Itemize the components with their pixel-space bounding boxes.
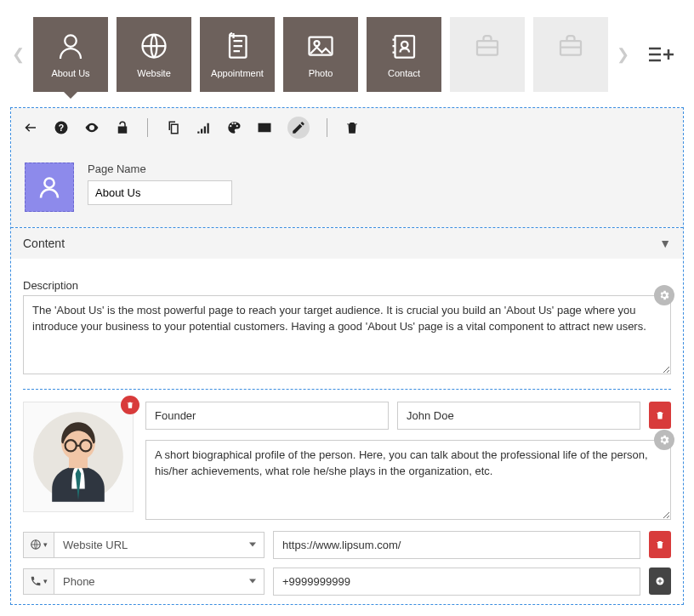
description-textarea[interactable]: The 'About Us' is the most powerful page…: [23, 295, 671, 374]
help-icon[interactable]: ?: [54, 120, 69, 135]
back-icon[interactable]: [23, 120, 38, 135]
caret-down-icon: ▾: [43, 577, 48, 585]
contact-value-input[interactable]: [273, 531, 640, 559]
tab-appointment[interactable]: Appointment: [200, 17, 275, 92]
tab-photo[interactable]: Photo: [283, 17, 358, 92]
page-name-label: Page Name: [88, 163, 232, 175]
edit-icon[interactable]: [287, 117, 310, 139]
page-name-input[interactable]: [88, 180, 232, 205]
person-block: A short biographical profile of the pers…: [23, 402, 671, 522]
eye-icon[interactable]: [84, 120, 100, 135]
tab-label: Appointment: [211, 68, 264, 78]
unlock-icon[interactable]: [115, 120, 130, 135]
tabs-navigation: ❮ About Us Website Appointment Photo: [0, 0, 694, 102]
photo-icon: [305, 31, 336, 61]
tab-contact[interactable]: Contact: [367, 17, 441, 92]
tab-label: Photo: [309, 68, 333, 78]
description-label: Description: [23, 279, 671, 292]
globe-icon: [139, 31, 169, 61]
person-bio-textarea[interactable]: A short biographical profile of the pers…: [145, 440, 671, 519]
contact-row: ▾ Phone: [23, 568, 671, 596]
tab-label: Website: [137, 68, 171, 78]
address-book-icon: [389, 31, 419, 61]
signal-icon[interactable]: [196, 120, 211, 135]
person-role-input[interactable]: [145, 402, 389, 430]
svg-text:?: ?: [59, 123, 64, 133]
palette-icon[interactable]: [226, 120, 242, 135]
contact-type-select[interactable]: Website URL: [54, 532, 265, 558]
tab-empty-1[interactable]: [450, 17, 525, 92]
page-header: Page Name: [11, 147, 683, 227]
tabs-next-chevron[interactable]: ❯: [615, 45, 631, 64]
contact-type-select[interactable]: Phone: [54, 568, 265, 595]
tab-website[interactable]: Website: [117, 17, 191, 92]
svg-rect-5: [395, 36, 415, 58]
person-delete-button[interactable]: [649, 402, 671, 429]
page-type-icon[interactable]: [25, 163, 74, 212]
chevron-down-icon: ▼: [659, 237, 671, 250]
briefcase-icon: [555, 31, 586, 61]
accordion-content-header[interactable]: Content ▼: [11, 228, 683, 259]
caret-down-icon: ▾: [43, 540, 48, 549]
accordion-body: Description The 'About Us' is the most p…: [11, 259, 683, 604]
card-icon[interactable]: [257, 120, 272, 135]
contact-add-button[interactable]: [649, 568, 671, 595]
copy-icon[interactable]: [165, 120, 180, 135]
contact-type-icon-button[interactable]: ▾: [23, 532, 54, 558]
add-tab-button[interactable]: [638, 17, 684, 92]
svg-point-0: [65, 35, 77, 47]
tab-label: About Us: [51, 68, 89, 78]
avatar-delete-button[interactable]: [121, 396, 139, 414]
tab-about-us[interactable]: About Us: [33, 17, 108, 92]
accordion-title: Content: [23, 237, 65, 250]
contact-delete-button[interactable]: [649, 531, 671, 558]
description-settings-button[interactable]: [654, 285, 674, 305]
tab-label: Contact: [388, 68, 420, 78]
clipboard-icon: [222, 31, 253, 61]
contact-value-input[interactable]: [273, 568, 640, 596]
trash-icon[interactable]: [344, 120, 360, 135]
tab-empty-2[interactable]: [533, 17, 608, 92]
user-icon: [55, 31, 86, 61]
editor-toolbar: ?: [11, 108, 683, 147]
person-name-input[interactable]: [397, 402, 640, 430]
contact-row: ▾ Website URL: [23, 531, 671, 559]
tabs-prev-chevron[interactable]: ❮: [10, 45, 26, 64]
briefcase-icon: [472, 31, 503, 61]
svg-point-4: [315, 41, 320, 46]
contact-type-icon-button[interactable]: ▾: [23, 568, 54, 595]
bio-settings-button[interactable]: [654, 430, 674, 450]
svg-point-11: [44, 178, 54, 187]
svg-point-6: [401, 42, 408, 48]
person-avatar[interactable]: [23, 402, 134, 512]
editor-container: ? Page Name Content ▼ Description The: [10, 107, 684, 605]
tabs-list: About Us Website Appointment Photo Conta: [33, 17, 608, 92]
